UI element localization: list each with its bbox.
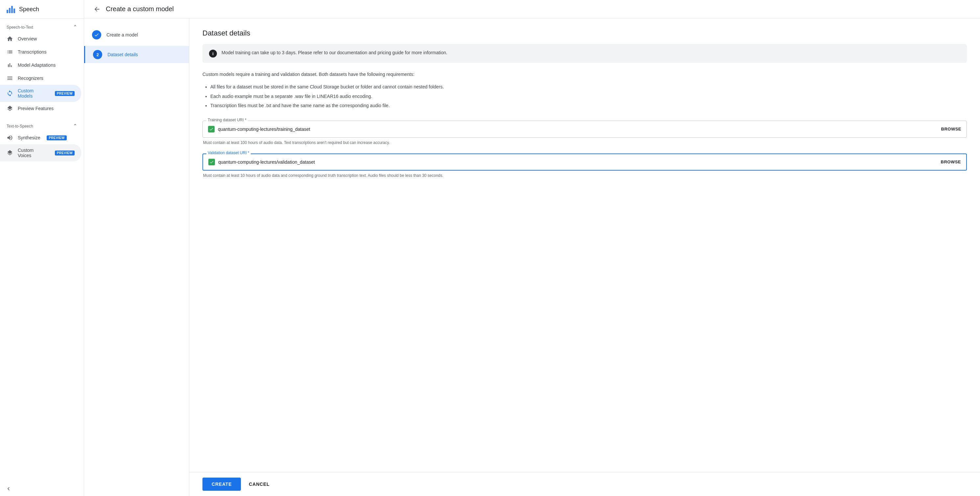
sidebar-item-transcriptions[interactable]: Transcriptions bbox=[0, 45, 81, 59]
sidebar-item-preview-features[interactable]: Preview Features bbox=[0, 102, 81, 115]
cancel-button[interactable]: CANCEL bbox=[243, 478, 275, 491]
home-icon bbox=[6, 35, 13, 42]
sidebar-label-preview-features: Preview Features bbox=[18, 106, 54, 111]
create-button[interactable]: CREATE bbox=[202, 478, 241, 491]
sidebar-header: Speech bbox=[0, 0, 84, 19]
sidebar-collapse-btn[interactable] bbox=[0, 482, 84, 496]
preview-badge-synthesize: PREVIEW bbox=[47, 135, 66, 140]
preview-badge-custom-voices: PREVIEW bbox=[55, 151, 75, 156]
step-circle-1 bbox=[92, 30, 101, 40]
logo-bar-4 bbox=[13, 8, 15, 13]
training-field-label: Training dataset URI * bbox=[206, 118, 248, 122]
validation-input[interactable] bbox=[218, 159, 938, 165]
logo-bar-2 bbox=[9, 8, 11, 13]
sidebar-label-overview: Overview bbox=[18, 36, 37, 41]
validation-check-icon bbox=[208, 159, 215, 165]
requirement-3: Transcription files must be .txt and hav… bbox=[210, 102, 967, 109]
action-bar: CREATE CANCEL bbox=[189, 472, 980, 496]
content-area: Create a model 2 Dataset details Dataset… bbox=[84, 18, 980, 496]
training-browse-button[interactable]: BROWSE bbox=[941, 127, 962, 132]
menu-icon bbox=[6, 75, 13, 81]
top-bar: Create a custom model bbox=[84, 0, 980, 18]
sidebar-label-custom-voices: Custom Voices bbox=[18, 148, 48, 158]
step-create-model[interactable]: Create a model bbox=[84, 26, 189, 43]
sidebar-label-transcriptions: Transcriptions bbox=[18, 49, 46, 54]
validation-hint: Must contain at least 10 hours of audio … bbox=[202, 173, 967, 178]
dataset-panel: Dataset details i Model training can tak… bbox=[189, 18, 980, 472]
sync-icon bbox=[6, 90, 13, 97]
info-icon: i bbox=[209, 49, 217, 57]
step-label-1: Create a model bbox=[107, 32, 138, 38]
back-button[interactable] bbox=[93, 6, 100, 13]
training-dataset-field: Training dataset URI * BROWSE Must conta… bbox=[202, 121, 967, 146]
sidebar-item-recognizers[interactable]: Recognizers bbox=[0, 72, 81, 85]
app-title: Speech bbox=[19, 6, 39, 13]
section-tts: Text-to-Speech ⌃ bbox=[0, 118, 84, 131]
validation-input-row: BROWSE bbox=[202, 154, 967, 170]
chevron-up-icon-tts[interactable]: ⌃ bbox=[73, 123, 77, 129]
validation-field-label: Validation dataset URI * bbox=[206, 151, 251, 155]
sidebar-item-overview[interactable]: Overview bbox=[0, 32, 81, 45]
training-input[interactable] bbox=[218, 127, 938, 132]
requirements-list: All files for a dataset must be stored i… bbox=[202, 83, 967, 111]
requirement-1: All files for a dataset must be stored i… bbox=[210, 83, 967, 91]
sidebar-label-synthesize: Synthesize bbox=[18, 135, 40, 140]
steps-panel: Create a model 2 Dataset details bbox=[84, 18, 189, 496]
list-icon bbox=[6, 49, 13, 55]
description-text: Custom models require a training and val… bbox=[202, 71, 967, 78]
sidebar-item-synthesize[interactable]: Synthesize PREVIEW bbox=[0, 131, 81, 144]
step-label-2: Dataset details bbox=[107, 52, 138, 57]
validation-dataset-field: Validation dataset URI * BROWSE Must con… bbox=[202, 154, 967, 178]
app-logo bbox=[6, 5, 15, 13]
info-box: i Model training can take up to 3 days. … bbox=[202, 44, 967, 63]
sidebar: Speech Speech-to-Text ⌃ Overview Transcr… bbox=[0, 0, 84, 496]
sidebar-item-model-adaptations[interactable]: Model Adaptations bbox=[0, 59, 81, 72]
requirement-2: Each audio example must be a separate .w… bbox=[210, 93, 967, 100]
right-panel: Dataset details i Model training can tak… bbox=[189, 18, 980, 496]
info-text: Model training can take up to 3 days. Pl… bbox=[221, 49, 447, 56]
sidebar-item-custom-models[interactable]: Custom Models PREVIEW bbox=[0, 85, 81, 102]
layers-icon-voices bbox=[6, 149, 13, 156]
sidebar-label-recognizers: Recognizers bbox=[18, 76, 43, 81]
sidebar-item-custom-voices[interactable]: Custom Voices PREVIEW bbox=[0, 144, 81, 161]
logo-bar-3 bbox=[11, 6, 13, 13]
layers-icon bbox=[6, 105, 13, 112]
main-content: Create a custom model Create a model 2 D… bbox=[84, 0, 980, 496]
training-hint: Must contain at least 100 hours of audio… bbox=[202, 140, 967, 146]
preview-badge-custom-models: PREVIEW bbox=[55, 91, 75, 96]
page-title: Create a custom model bbox=[106, 5, 174, 13]
step-circle-2: 2 bbox=[93, 50, 102, 59]
sidebar-label-custom-models: Custom Models bbox=[18, 88, 48, 99]
training-input-row: BROWSE bbox=[202, 121, 967, 138]
chevron-up-icon[interactable]: ⌃ bbox=[73, 24, 77, 30]
bar-chart-icon bbox=[6, 62, 13, 68]
logo-bar-1 bbox=[6, 10, 8, 13]
section-speech: Speech-to-Text ⌃ bbox=[0, 19, 84, 32]
validation-browse-button[interactable]: BROWSE bbox=[941, 159, 961, 164]
wave-icon bbox=[6, 134, 13, 141]
sidebar-label-model-adaptations: Model Adaptations bbox=[18, 62, 56, 68]
training-check-icon bbox=[208, 126, 215, 132]
dataset-title: Dataset details bbox=[202, 29, 967, 38]
step-dataset-details[interactable]: 2 Dataset details bbox=[84, 46, 189, 63]
